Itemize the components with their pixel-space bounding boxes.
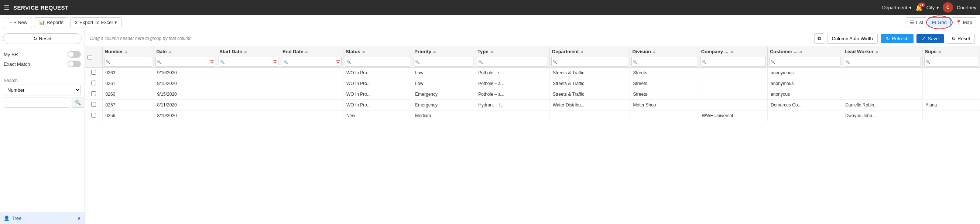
supe-sort-icon[interactable]: ⊿ bbox=[938, 50, 941, 54]
number-filter-input[interactable] bbox=[110, 58, 151, 66]
cell-department bbox=[550, 110, 630, 121]
priority-sort-icon[interactable]: ⊿ bbox=[433, 50, 436, 54]
sidebar-tree-section: 👤 Tree ∧ bbox=[0, 212, 84, 224]
hamburger-menu[interactable]: ☰ bbox=[4, 3, 10, 11]
type-filter-input[interactable] bbox=[483, 58, 547, 66]
row-checkbox[interactable] bbox=[91, 70, 96, 75]
tree-label: 👤 Tree bbox=[4, 216, 21, 221]
my-sr-label: My SR bbox=[4, 52, 18, 57]
customer-filter-input[interactable] bbox=[775, 58, 839, 66]
select-all-checkbox[interactable] bbox=[88, 55, 92, 60]
status-column-header: Status ⊿ 🔍 bbox=[343, 47, 412, 68]
copy-button[interactable]: ⧉ bbox=[814, 33, 824, 43]
priority-filter-input[interactable] bbox=[420, 58, 472, 66]
cell-number: 0261 bbox=[102, 78, 154, 89]
cell-lead-worker bbox=[842, 78, 923, 89]
cell-lead-worker: Danielle Robin... bbox=[842, 100, 923, 110]
start-date-filter-input[interactable] bbox=[224, 58, 272, 66]
refresh-icon: ↻ bbox=[886, 36, 890, 42]
division-column-header: Division ⊿ 🔍 bbox=[630, 47, 698, 68]
search-input[interactable] bbox=[4, 98, 70, 107]
end-date-calendar-icon[interactable]: 📅 bbox=[336, 60, 340, 64]
top-navigation: ☰ SERVICE REQUEST Department ▾ 🔔 71 City… bbox=[0, 0, 980, 15]
sidebar-reset-section: ↻ Reset bbox=[0, 30, 84, 47]
date-filter-input[interactable] bbox=[161, 58, 209, 66]
number-sort-icon[interactable]: ⊿ bbox=[124, 50, 127, 54]
department-sort-icon[interactable]: ⊿ bbox=[580, 50, 583, 54]
lead-worker-sort-icon[interactable]: ⊿ bbox=[875, 50, 878, 54]
cell-division bbox=[630, 110, 698, 121]
export-to-excel-button[interactable]: X Export To Excel ▾ bbox=[70, 18, 122, 27]
status-filter-input[interactable] bbox=[351, 58, 409, 66]
customer-sort-icon[interactable]: ⊿ bbox=[799, 50, 802, 54]
table-row[interactable]: 0256 8/10/2020 New Medium WWE Universal … bbox=[85, 110, 980, 121]
chevron-down-icon: ▾ bbox=[936, 5, 939, 10]
division-sort-icon[interactable]: ⊿ bbox=[652, 50, 655, 54]
copy-icon: ⧉ bbox=[818, 35, 821, 41]
column-auto-width-button[interactable]: Column Auto Width bbox=[827, 34, 878, 43]
select-all-checkbox-col[interactable] bbox=[85, 47, 103, 68]
cell-type bbox=[475, 110, 550, 121]
main-content: Drag a column header here to group by th… bbox=[85, 30, 980, 224]
supe-filter-input[interactable] bbox=[930, 58, 977, 66]
table-row[interactable]: 0261 9/15/2020 WO In Pro... Low Pothole … bbox=[85, 78, 980, 89]
date-calendar-icon[interactable]: 📅 bbox=[209, 60, 214, 64]
checkmark-icon: ✓ bbox=[922, 36, 926, 42]
department-column-header: Department ⊿ 🔍 bbox=[550, 47, 630, 68]
division-filter-input[interactable] bbox=[637, 58, 695, 66]
notifications-bell[interactable]: 🔔 71 bbox=[915, 4, 923, 11]
cell-date: 8/11/2020 bbox=[154, 100, 217, 110]
priority-column-header: Priority ⊿ 🔍 bbox=[412, 47, 475, 68]
save-button[interactable]: ✓ Save bbox=[916, 34, 944, 43]
search-field-select[interactable]: Number bbox=[4, 85, 81, 95]
cell-priority: Emergency bbox=[412, 89, 475, 100]
department-filter-input[interactable] bbox=[557, 58, 627, 66]
new-button[interactable]: ＋ + New bbox=[4, 17, 32, 28]
date-filter-search-icon: 🔍 bbox=[157, 60, 161, 64]
company-sort-icon[interactable]: ⊿ bbox=[730, 50, 733, 54]
row-checkbox[interactable] bbox=[91, 102, 96, 107]
table-row[interactable]: 0260 9/15/2020 WO In Pro... Emergency Po… bbox=[85, 89, 980, 100]
service-request-table: Number ⊿ 🔍 bbox=[85, 47, 980, 121]
cell-priority: Emergency bbox=[412, 100, 475, 110]
table-row[interactable]: 0257 8/11/2020 WO In Pro... Emergency Hy… bbox=[85, 100, 980, 110]
city-dropdown[interactable]: City ▾ bbox=[926, 5, 939, 10]
grid-view-button[interactable]: ⊞ Grid bbox=[928, 18, 951, 27]
row-checkbox[interactable] bbox=[91, 81, 96, 85]
cell-customer: anonymous bbox=[768, 78, 842, 89]
department-dropdown[interactable]: Department ▾ bbox=[882, 5, 912, 10]
cell-company bbox=[698, 78, 767, 89]
lead-worker-filter-input[interactable] bbox=[850, 58, 919, 66]
cell-division: Streets bbox=[630, 68, 698, 78]
my-sr-toggle[interactable] bbox=[68, 51, 81, 58]
start-date-calendar-icon[interactable]: 📅 bbox=[272, 60, 277, 64]
lead-worker-filter-search-icon: 🔍 bbox=[845, 60, 850, 64]
cell-supe bbox=[923, 110, 980, 121]
cell-status: WO In Pro... bbox=[343, 68, 412, 78]
end-date-filter-input[interactable] bbox=[288, 58, 336, 66]
start-date-sort-icon[interactable]: ⊿ bbox=[244, 50, 247, 54]
content-reset-button[interactable]: ↻ Reset bbox=[947, 34, 975, 43]
exact-match-toggle[interactable] bbox=[68, 61, 81, 67]
end-date-sort-icon[interactable]: ⊿ bbox=[305, 50, 308, 54]
type-sort-icon[interactable]: ⊿ bbox=[490, 50, 493, 54]
row-checkbox[interactable] bbox=[91, 113, 96, 118]
refresh-button[interactable]: ↻ Refresh bbox=[881, 34, 914, 43]
cell-division: Meter Shop bbox=[630, 100, 698, 110]
list-view-button[interactable]: ☰ List bbox=[906, 18, 927, 27]
number-column-header: Number ⊿ 🔍 bbox=[102, 47, 154, 68]
sidebar-reset-button[interactable]: ↻ Reset bbox=[3, 33, 82, 44]
table-body: 0263 9/16/2020 WO In Pro... Low Pothole … bbox=[85, 68, 980, 121]
map-view-button[interactable]: 📍 Map bbox=[951, 18, 976, 27]
status-sort-icon[interactable]: ⊿ bbox=[362, 50, 365, 54]
tree-collapse-button[interactable]: ∧ bbox=[77, 215, 81, 221]
cell-end-date bbox=[280, 110, 344, 121]
excel-icon: X bbox=[75, 20, 78, 25]
search-submit-button[interactable]: 🔍 bbox=[72, 98, 84, 107]
date-sort-icon[interactable]: ⊿ bbox=[169, 50, 171, 54]
reports-button[interactable]: 📊 Reports bbox=[34, 18, 68, 27]
row-checkbox[interactable] bbox=[91, 91, 96, 96]
company-filter-input[interactable] bbox=[706, 58, 764, 66]
table-row[interactable]: 0263 9/16/2020 WO In Pro... Low Pothole … bbox=[85, 68, 980, 78]
user-avatar[interactable]: C bbox=[943, 2, 953, 13]
